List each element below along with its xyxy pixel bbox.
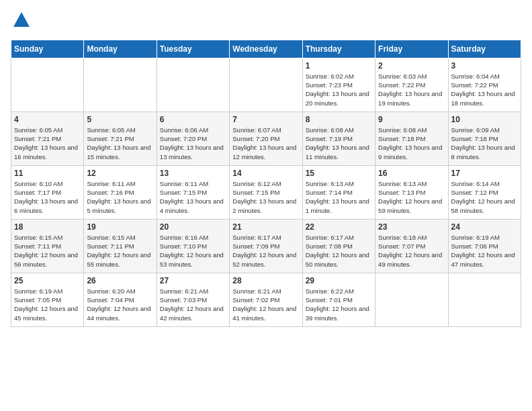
day-number: 20 (160, 222, 226, 232)
day-number: 23 (378, 222, 445, 232)
week-row-3: 18Sunrise: 6:15 AM Sunset: 7:11 PM Dayli… (11, 219, 521, 273)
week-row-1: 4Sunrise: 6:05 AM Sunset: 7:21 PM Daylig… (11, 111, 521, 165)
calendar-cell: 1Sunrise: 6:02 AM Sunset: 7:23 PM Daylig… (302, 58, 375, 111)
page-header (11, 11, 521, 33)
day-number: 24 (451, 222, 518, 232)
calendar-cell: 9Sunrise: 6:08 AM Sunset: 7:18 PM Daylig… (375, 111, 448, 165)
week-row-0: 1Sunrise: 6:02 AM Sunset: 7:23 PM Daylig… (11, 58, 521, 111)
col-header-wednesday: Wednesday (230, 40, 302, 58)
calendar-cell: 29Sunrise: 6:22 AM Sunset: 7:01 PM Dayli… (302, 273, 375, 326)
day-info: Sunrise: 6:22 AM Sunset: 7:01 PM Dayligh… (306, 287, 372, 322)
col-header-saturday: Saturday (448, 40, 521, 58)
calendar-cell (84, 58, 157, 111)
day-number: 5 (87, 115, 153, 124)
day-number: 11 (14, 169, 81, 178)
day-info: Sunrise: 6:04 AM Sunset: 7:22 PM Dayligh… (451, 72, 518, 107)
day-number: 28 (232, 276, 299, 285)
day-info: Sunrise: 6:11 AM Sunset: 7:15 PM Dayligh… (160, 179, 226, 215)
day-number: 3 (451, 61, 518, 71)
day-number: 15 (306, 169, 372, 178)
calendar-cell: 13Sunrise: 6:11 AM Sunset: 7:15 PM Dayli… (157, 165, 229, 219)
day-number: 6 (160, 115, 226, 124)
day-info: Sunrise: 6:05 AM Sunset: 7:21 PM Dayligh… (87, 126, 153, 161)
day-info: Sunrise: 6:15 AM Sunset: 7:11 PM Dayligh… (14, 233, 81, 269)
day-info: Sunrise: 6:21 AM Sunset: 7:03 PM Dayligh… (160, 287, 226, 322)
day-number: 7 (232, 115, 299, 124)
logo-icon (12, 11, 31, 30)
day-number: 25 (14, 276, 81, 285)
col-header-thursday: Thursday (302, 40, 375, 58)
calendar-cell: 11Sunrise: 6:10 AM Sunset: 7:17 PM Dayli… (11, 165, 84, 219)
day-number: 9 (378, 115, 445, 124)
day-number: 26 (87, 276, 153, 285)
day-info: Sunrise: 6:09 AM Sunset: 7:18 PM Dayligh… (451, 126, 518, 161)
calendar-cell: 24Sunrise: 6:19 AM Sunset: 7:06 PM Dayli… (448, 219, 521, 273)
day-number: 22 (306, 222, 372, 232)
calendar-cell: 6Sunrise: 6:06 AM Sunset: 7:20 PM Daylig… (157, 111, 229, 165)
day-info: Sunrise: 6:13 AM Sunset: 7:13 PM Dayligh… (378, 179, 445, 215)
col-header-monday: Monday (84, 40, 157, 58)
calendar-cell: 21Sunrise: 6:17 AM Sunset: 7:09 PM Dayli… (230, 219, 302, 273)
day-number: 8 (306, 115, 372, 124)
day-info: Sunrise: 6:17 AM Sunset: 7:08 PM Dayligh… (306, 233, 372, 269)
day-number: 2 (378, 61, 445, 71)
day-number: 10 (451, 115, 518, 124)
calendar-cell (448, 273, 521, 326)
week-row-2: 11Sunrise: 6:10 AM Sunset: 7:17 PM Dayli… (11, 165, 521, 219)
calendar-cell: 4Sunrise: 6:05 AM Sunset: 7:21 PM Daylig… (11, 111, 84, 165)
calendar-cell: 25Sunrise: 6:19 AM Sunset: 7:05 PM Dayli… (11, 273, 84, 326)
calendar-cell (157, 58, 229, 111)
calendar-cell: 23Sunrise: 6:18 AM Sunset: 7:07 PM Dayli… (375, 219, 448, 273)
day-info: Sunrise: 6:19 AM Sunset: 7:05 PM Dayligh… (14, 287, 81, 322)
calendar-cell: 20Sunrise: 6:16 AM Sunset: 7:10 PM Dayli… (157, 219, 229, 273)
day-info: Sunrise: 6:18 AM Sunset: 7:07 PM Dayligh… (378, 233, 445, 269)
calendar-cell: 7Sunrise: 6:07 AM Sunset: 7:20 PM Daylig… (230, 111, 302, 165)
day-info: Sunrise: 6:05 AM Sunset: 7:21 PM Dayligh… (14, 126, 81, 161)
day-info: Sunrise: 6:11 AM Sunset: 7:16 PM Dayligh… (87, 179, 153, 215)
calendar-cell: 15Sunrise: 6:13 AM Sunset: 7:14 PM Dayli… (302, 165, 375, 219)
day-info: Sunrise: 6:12 AM Sunset: 7:15 PM Dayligh… (232, 179, 299, 215)
day-info: Sunrise: 6:16 AM Sunset: 7:10 PM Dayligh… (160, 233, 226, 269)
calendar-cell: 3Sunrise: 6:04 AM Sunset: 7:22 PM Daylig… (448, 58, 521, 111)
calendar-cell: 26Sunrise: 6:20 AM Sunset: 7:04 PM Dayli… (84, 273, 157, 326)
col-header-sunday: Sunday (11, 40, 84, 58)
day-number: 18 (14, 222, 81, 232)
day-info: Sunrise: 6:21 AM Sunset: 7:02 PM Dayligh… (232, 287, 299, 322)
day-info: Sunrise: 6:20 AM Sunset: 7:04 PM Dayligh… (87, 287, 153, 322)
day-number: 1 (306, 61, 372, 71)
day-info: Sunrise: 6:08 AM Sunset: 7:18 PM Dayligh… (378, 126, 445, 161)
calendar-cell: 2Sunrise: 6:03 AM Sunset: 7:22 PM Daylig… (375, 58, 448, 111)
day-info: Sunrise: 6:15 AM Sunset: 7:11 PM Dayligh… (87, 233, 153, 269)
calendar-cell: 22Sunrise: 6:17 AM Sunset: 7:08 PM Dayli… (302, 219, 375, 273)
calendar-cell: 16Sunrise: 6:13 AM Sunset: 7:13 PM Dayli… (375, 165, 448, 219)
day-number: 21 (232, 222, 299, 232)
day-number: 14 (232, 169, 299, 178)
calendar-cell (375, 273, 448, 326)
day-number: 4 (14, 115, 81, 124)
day-info: Sunrise: 6:07 AM Sunset: 7:20 PM Dayligh… (232, 126, 299, 161)
calendar-cell (11, 58, 84, 111)
day-info: Sunrise: 6:02 AM Sunset: 7:23 PM Dayligh… (306, 72, 372, 107)
day-info: Sunrise: 6:14 AM Sunset: 7:12 PM Dayligh… (451, 179, 518, 215)
col-header-tuesday: Tuesday (157, 40, 229, 58)
day-number: 27 (160, 276, 226, 285)
week-row-4: 25Sunrise: 6:19 AM Sunset: 7:05 PM Dayli… (11, 273, 521, 326)
day-number: 17 (451, 169, 518, 178)
day-number: 16 (378, 169, 445, 178)
calendar-cell: 19Sunrise: 6:15 AM Sunset: 7:11 PM Dayli… (84, 219, 157, 273)
calendar-cell: 14Sunrise: 6:12 AM Sunset: 7:15 PM Dayli… (230, 165, 302, 219)
day-info: Sunrise: 6:13 AM Sunset: 7:14 PM Dayligh… (306, 179, 372, 215)
day-info: Sunrise: 6:19 AM Sunset: 7:06 PM Dayligh… (451, 233, 518, 269)
calendar-cell (230, 58, 302, 111)
day-info: Sunrise: 6:08 AM Sunset: 7:19 PM Dayligh… (306, 126, 372, 161)
day-info: Sunrise: 6:17 AM Sunset: 7:09 PM Dayligh… (232, 233, 299, 269)
day-info: Sunrise: 6:06 AM Sunset: 7:20 PM Dayligh… (160, 126, 226, 161)
day-number: 29 (306, 276, 372, 285)
calendar-cell: 8Sunrise: 6:08 AM Sunset: 7:19 PM Daylig… (302, 111, 375, 165)
calendar-cell: 10Sunrise: 6:09 AM Sunset: 7:18 PM Dayli… (448, 111, 521, 165)
calendar-cell: 17Sunrise: 6:14 AM Sunset: 7:12 PM Dayli… (448, 165, 521, 219)
day-number: 12 (87, 169, 153, 178)
col-header-friday: Friday (375, 40, 448, 58)
svg-marker-0 (13, 12, 30, 27)
calendar-table: SundayMondayTuesdayWednesdayThursdayFrid… (11, 40, 521, 327)
